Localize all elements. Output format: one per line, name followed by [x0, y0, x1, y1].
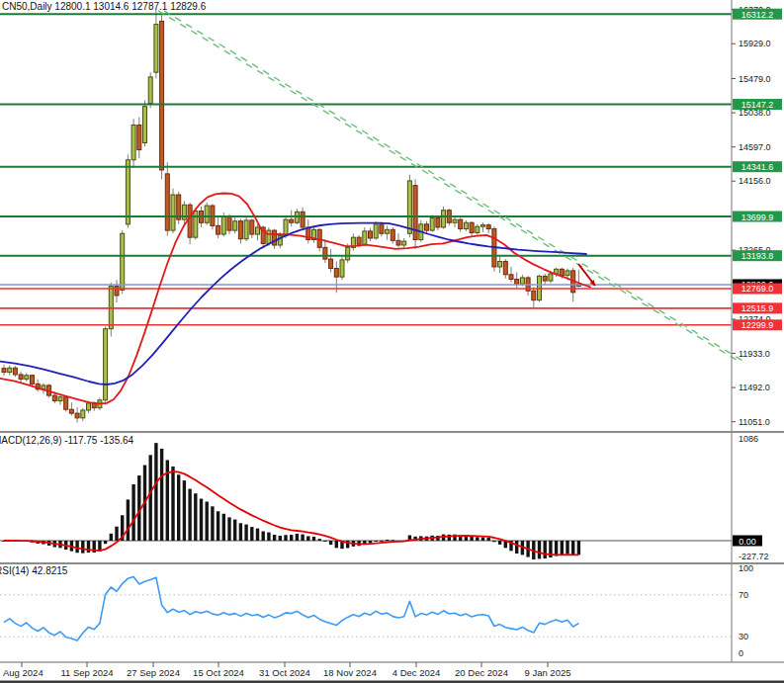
macd-histogram-bar	[149, 455, 152, 541]
macd-histogram-bar	[515, 541, 518, 554]
macd-histogram-bar	[566, 541, 568, 555]
macd-histogram-bar	[206, 502, 209, 541]
time-axis-label: 31 Oct 2024	[259, 667, 310, 678]
time-axis-label: 18 Nov 2024	[323, 667, 377, 678]
macd-histogram-bar	[211, 506, 214, 541]
macd-histogram-bar	[239, 523, 242, 541]
candle	[25, 376, 29, 380]
candle	[396, 240, 400, 245]
macd-histogram-bar	[369, 541, 372, 544]
rsi-line	[4, 576, 578, 640]
candle	[407, 181, 411, 233]
price-badge-label: 12515.9	[741, 303, 774, 313]
rsi-axis-label: 70	[739, 590, 748, 600]
macd-histogram-bar	[544, 541, 547, 558]
chart-window: 16370.015929.015479.015038.014597.014156…	[0, 0, 784, 683]
time-axis-label: 20 Dec 2024	[455, 667, 508, 678]
time-axis-label: 11 Sep 2024	[60, 667, 113, 678]
candle	[75, 413, 79, 418]
candle	[323, 247, 327, 259]
candle	[238, 221, 242, 239]
candle	[121, 233, 125, 290]
price-badge-label: 14341.6	[741, 162, 774, 172]
macd-histogram-bar	[306, 536, 309, 541]
candle	[430, 218, 434, 231]
macd-histogram-bar	[498, 541, 501, 545]
macd-signal-line	[4, 471, 578, 555]
macd-histogram-bar	[127, 499, 130, 541]
symbol-title: CN50,Daily 12800.1 13014.6 12787.1 12829…	[2, 1, 206, 12]
macd-histogram-bar	[335, 541, 338, 548]
candle	[543, 276, 547, 281]
macd-histogram-bar	[290, 535, 293, 541]
moving-average-slow	[0, 223, 586, 384]
macd-histogram-bar	[104, 541, 107, 544]
macd-histogram-bar	[571, 541, 574, 555]
macd-histogram-bar	[284, 535, 287, 541]
macd-histogram-bar	[329, 541, 332, 545]
macd-histogram-bar	[380, 541, 383, 542]
price-axis-label: 15929.0	[739, 39, 771, 48]
macd-histogram-bar	[561, 541, 564, 555]
macd-histogram-bar	[318, 539, 321, 541]
macd-histogram-bar	[154, 443, 157, 541]
macd-histogram-bar	[250, 527, 253, 541]
macd-histogram-bar	[160, 449, 163, 541]
price-badge-label: 13699.9	[741, 213, 774, 222]
macd-histogram-bar	[481, 537, 484, 541]
price-badge-label: 15147.2	[741, 100, 774, 110]
candle	[205, 206, 209, 222]
price-axis-label: 11051.0	[739, 417, 770, 427]
candle	[346, 247, 350, 260]
candle	[476, 226, 479, 232]
candle	[13, 368, 17, 375]
macd-histogram-bar	[312, 537, 315, 541]
candle	[425, 224, 429, 230]
candle	[470, 222, 474, 232]
candle	[143, 107, 147, 143]
rsi-axis-label: 30	[739, 632, 748, 641]
macd-histogram-bar	[470, 537, 473, 541]
macd-histogram-bar	[131, 484, 134, 541]
macd-histogram-bar	[227, 517, 230, 541]
macd-panel	[0, 443, 732, 559]
candle	[363, 231, 367, 244]
candle	[515, 280, 519, 285]
candle	[233, 221, 237, 230]
macd-indicator-label: MACD(12,26,9) -117.75 -135.64	[0, 435, 133, 446]
price-chart[interactable]: 16370.015929.015479.015038.014597.014156…	[0, 0, 784, 683]
macd-histogram-bar	[487, 538, 490, 541]
macd-histogram-bar	[492, 541, 495, 542]
candle	[486, 225, 490, 229]
macd-histogram-bar	[256, 529, 259, 541]
macd-histogram-bar	[375, 541, 378, 542]
macd-histogram-bar	[273, 535, 276, 541]
candle	[374, 224, 378, 238]
time-axis-label: 27 Sep 2024	[127, 667, 180, 678]
macd-histogram-bar	[194, 493, 197, 541]
candle	[334, 269, 338, 278]
price-badge-label: 12769.0	[741, 284, 774, 294]
candle	[31, 376, 35, 384]
candle	[160, 21, 164, 170]
candle	[509, 275, 513, 280]
candle	[250, 220, 254, 234]
price-axis-label: 11933.0	[739, 349, 770, 359]
candle	[244, 220, 248, 239]
candle	[481, 225, 485, 227]
macd-histogram-bar	[200, 499, 203, 541]
axes: 16370.015929.015479.015038.014597.014156…	[0, 0, 784, 683]
macd-histogram-bar	[81, 541, 84, 554]
candle	[549, 274, 553, 281]
candle	[442, 211, 446, 227]
macd-histogram-bar	[87, 541, 90, 553]
candle	[301, 212, 305, 227]
macd-histogram-bar	[538, 541, 541, 558]
candle	[64, 397, 68, 410]
candle	[87, 403, 91, 410]
main-panel	[0, 10, 744, 423]
candle	[329, 259, 333, 268]
candle	[256, 227, 260, 234]
macd-zero-badge-label: 0.00	[739, 537, 756, 547]
moving-average-fast	[0, 194, 590, 404]
